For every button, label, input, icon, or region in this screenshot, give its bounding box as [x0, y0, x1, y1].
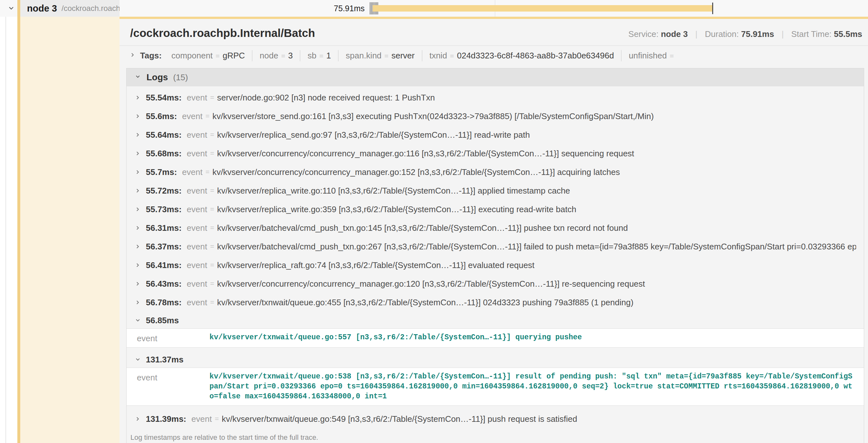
chevron-right-icon[interactable] — [134, 262, 141, 269]
log-entry-row[interactable]: 55.68ms:event=kv/kvserver/concurrency/co… — [127, 144, 864, 163]
log-field-key: event — [187, 242, 207, 252]
log-entry-row[interactable]: 56.41ms:event=kv/kvserver/replica_raft.g… — [127, 256, 864, 274]
chevron-right-icon[interactable] — [134, 187, 141, 194]
logs-header[interactable]: Logs (15) — [127, 68, 864, 87]
tag-item: component=gRPC — [164, 50, 252, 61]
log-entry-row[interactable]: 56.31ms:event=kv/kvserver/batcheval/cmd_… — [127, 218, 864, 237]
chevron-right-icon[interactable] — [134, 150, 141, 157]
span-name-cell[interactable]: node 3 /cockroach.roach… — [17, 0, 120, 17]
log-entry-row[interactable]: 56.37ms:event=kv/kvserver/batcheval/cmd_… — [127, 237, 864, 256]
log-field-value: kv/kvserver/concurrency/concurrency_mana… — [217, 279, 645, 289]
log-timestamp: 55.68ms: — [146, 149, 182, 159]
equals-sign: = — [210, 298, 214, 307]
tag-item: sb=1 — [300, 50, 338, 61]
equals-sign: = — [215, 415, 219, 423]
span-service-name: node 3 — [27, 3, 57, 14]
log-field-value: kv/kvserver/replica_write.go:359 [n3,s3,… — [217, 204, 576, 214]
log-entry-row[interactable]: 56.78ms:event=kv/kvserver/txnwait/queue.… — [127, 293, 864, 312]
log-entry-detail-panel: eventkv/kvserver/txnwait/queue.go:538 [n… — [127, 368, 864, 406]
equals-sign: = — [319, 52, 323, 60]
log-entry-row[interactable]: 55.6ms:event=kv/kvserver/store_send.go:1… — [127, 107, 864, 126]
tag-value: 1 — [327, 51, 331, 60]
log-field-value: kv/kvserver/concurrency/concurrency_mana… — [212, 167, 620, 177]
log-field-value: kv/kvserver/txnwait/queue.go:538 [n3,s3,… — [210, 372, 856, 402]
tags-list: component=gRPCnode=3sb=1span.kind=server… — [164, 50, 684, 61]
equals-sign: = — [384, 52, 389, 60]
service-label: Service: — [628, 29, 658, 39]
equals-sign: = — [216, 52, 220, 60]
log-field-key: event — [187, 223, 207, 233]
chevron-down-icon[interactable] — [134, 317, 141, 324]
log-timestamp: 55.7ms: — [146, 167, 177, 177]
log-entry-row[interactable]: 55.73ms:event=kv/kvserver/replica_write.… — [127, 200, 864, 218]
page-title: /cockroach.roachpb.Internal/Batch — [130, 27, 315, 39]
tag-item: node=3 — [252, 50, 300, 61]
chevron-right-icon[interactable] — [134, 113, 141, 120]
log-entry-row[interactable]: 56.43ms:event=kv/kvserver/concurrency/co… — [127, 274, 864, 293]
log-entry-expanded-header[interactable]: 56.85ms — [127, 312, 864, 329]
equals-sign: = — [210, 280, 214, 288]
tag-value: gRPC — [223, 51, 245, 60]
log-timestamp: 55.54ms: — [146, 93, 182, 103]
log-field-value: kv/kvserver/replica_write.go:110 [n3,s3,… — [217, 186, 570, 196]
equals-sign: = — [210, 94, 214, 102]
log-field-value: kv/kvserver/concurrency/concurrency_mana… — [217, 149, 634, 159]
selected-span-highlight-column — [17, 17, 120, 443]
log-field-value: kv/kvserver/replica_raft.go:74 [n3,s3,r6… — [217, 260, 534, 270]
log-field-value: kv/kvserver/txnwait/queue.go:455 [n3,s3,… — [217, 298, 633, 308]
chevron-right-icon[interactable] — [129, 51, 136, 61]
log-entry-row[interactable]: 55.7ms:event=kv/kvserver/concurrency/con… — [127, 163, 864, 181]
log-field-value: server/node.go:902 [n3] node received re… — [217, 93, 435, 103]
span-operation-name: /cockroach.roach… — [61, 4, 120, 13]
chevron-down-icon[interactable] — [134, 73, 141, 81]
equals-sign: = — [670, 52, 674, 60]
span-duration-label: 75.91ms — [299, 0, 365, 17]
span-row[interactable]: node 3 /cockroach.roach… 75.91ms — [0, 0, 868, 17]
chevron-right-icon[interactable] — [134, 243, 141, 250]
log-timestamp: 56.43ms: — [146, 279, 182, 289]
log-entry-row[interactable]: 55.54ms:event=server/node.go:902 [n3] no… — [127, 88, 864, 107]
log-timestamp: 56.85ms — [146, 315, 179, 326]
log-field-key: event — [187, 279, 207, 289]
log-field-key: event — [187, 149, 207, 159]
chevron-down-icon[interactable] — [134, 356, 141, 363]
log-field-value: kv/kvserver/txnwait/queue.go:549 [n3,s3,… — [222, 414, 577, 424]
span-summary: Service: node 3 | Duration: 75.91ms | St… — [628, 29, 862, 39]
chevron-right-icon[interactable] — [134, 169, 141, 176]
equals-sign: = — [210, 261, 214, 269]
span-detail-panel: /cockroach.roachpb.Internal/Batch Servic… — [120, 17, 868, 443]
chevron-right-icon[interactable] — [134, 206, 141, 213]
log-entry-row[interactable]: 55.64ms:event=kv/kvserver/replica_send.g… — [127, 126, 864, 144]
chevron-right-icon[interactable] — [134, 415, 141, 422]
tag-value: 3 — [288, 51, 293, 60]
chevron-right-icon[interactable] — [134, 280, 141, 287]
equals-sign: = — [210, 131, 214, 139]
duration-label: Duration: — [705, 29, 739, 39]
log-entry-row[interactable]: 55.72ms:event=kv/kvserver/replica_write.… — [127, 181, 864, 200]
log-entry-row[interactable]: 131.39ms:event=kv/kvserver/txnwait/queue… — [127, 410, 864, 428]
trace-view-left-divider — [5, 0, 6, 443]
summary-divider: | — [782, 29, 784, 39]
chevron-right-icon[interactable] — [134, 299, 141, 306]
tag-key: node — [259, 51, 278, 60]
tags-section[interactable]: Tags: component=gRPCnode=3sb=1span.kind=… — [120, 46, 868, 66]
equals-sign: = — [210, 149, 214, 158]
chevron-down-icon[interactable] — [7, 4, 16, 14]
log-timestamp: 131.37ms — [146, 355, 183, 365]
log-field-value: kv/kvserver/store_send.go:161 [n3,s3] ex… — [212, 111, 654, 121]
chevron-right-icon[interactable] — [134, 94, 141, 101]
log-entries-list: 55.54ms:event=server/node.go:902 [n3] no… — [127, 87, 864, 428]
chevron-right-icon[interactable] — [134, 225, 141, 232]
tag-key: txnid — [430, 51, 447, 60]
log-field-key: event — [187, 260, 207, 270]
tag-value: 024d3323-6c8f-4863-aa8b-37ab0e63496d — [457, 51, 614, 60]
log-entry-expanded-header[interactable]: 131.37ms — [127, 351, 864, 368]
tags-label: Tags: — [140, 51, 162, 61]
equals-sign: = — [281, 52, 285, 60]
equals-sign: = — [205, 112, 210, 121]
chevron-right-icon[interactable] — [134, 131, 141, 138]
log-field-key: event — [137, 333, 210, 343]
tag-item: txnid=024d3323-6c8f-4863-aa8b-37ab0e6349… — [422, 50, 621, 61]
log-field-value: kv/kvserver/txnwait/queue.go:557 [n3,s3,… — [210, 333, 856, 343]
span-duration-bar[interactable] — [373, 5, 713, 11]
